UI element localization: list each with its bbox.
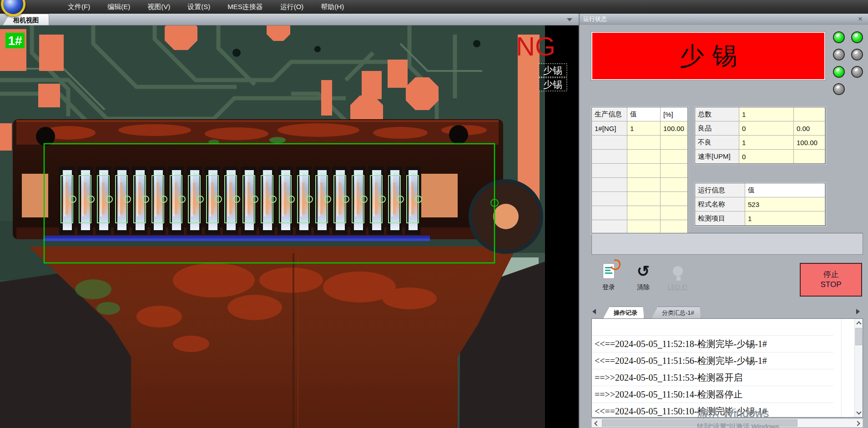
table-cell xyxy=(661,220,688,234)
status-lamp-gray xyxy=(851,66,863,78)
menu-item[interactable]: 设置(S) xyxy=(179,0,219,14)
board-label: 1# xyxy=(8,34,22,48)
menu-item[interactable]: 编辑(E) xyxy=(99,0,139,14)
table-cell: 0 xyxy=(739,150,794,164)
status-lamp-gray xyxy=(833,49,845,60)
menu-bar: 文件(F)编辑(E)视图(V)设置(S)MES连接器运行(O)帮助(H) xyxy=(0,0,868,14)
menu-item[interactable]: 运行(O) xyxy=(272,0,313,14)
table-cell xyxy=(794,107,825,121)
clear-label: 清除 xyxy=(629,283,658,292)
login-button[interactable]: 登录 xyxy=(594,261,623,299)
operation-log-list[interactable]: <<==2024-05-05_11:52:18-检测完毕-少锡-1#<<==20… xyxy=(591,318,863,418)
ng-result-text: NG xyxy=(516,31,555,61)
run-info-table: 运行信息值程式名称523检测项目1 xyxy=(695,183,826,226)
vertical-scroll-thumb[interactable] xyxy=(855,328,862,345)
table-header-cell: [%] xyxy=(661,107,688,121)
scroll-right-icon[interactable] xyxy=(855,421,860,426)
horizontal-scrollbar[interactable] xyxy=(591,418,863,428)
table-header-cell: 运行信息 xyxy=(695,183,745,197)
status-lamp-green xyxy=(833,66,845,78)
status-lamp-gray xyxy=(851,49,863,60)
camera-viewport[interactable]: 1# NG 少锡 少锡 xyxy=(0,25,579,428)
clear-refresh-icon: ↺ xyxy=(637,263,650,279)
table-cell: 1 xyxy=(739,107,794,121)
tab-scroll-right-icon[interactable] xyxy=(856,309,860,314)
table-cell xyxy=(661,136,688,150)
table-cell xyxy=(661,150,688,164)
vertical-scrollbar[interactable] xyxy=(854,319,863,417)
camera-tab-strip: 相机视图 xyxy=(0,14,579,25)
table-cell: 程式名称 xyxy=(695,197,745,211)
menu-item[interactable]: 文件(F) xyxy=(59,0,99,14)
log-tab-strip: 操作记录 分类汇总-1# xyxy=(580,306,868,318)
table-cell xyxy=(627,136,661,150)
table-cell: 0.00 xyxy=(794,121,825,136)
table-cell xyxy=(592,136,627,150)
table-cell: 523 xyxy=(745,197,825,211)
panel-content: 少锡 生产信息值[%]1#[NG]1100.00 总数1良品00.00不良110… xyxy=(580,25,868,428)
table-cell xyxy=(661,178,688,192)
stop-button[interactable]: 停止 STOP xyxy=(800,263,862,297)
table-cell xyxy=(627,164,661,178)
clear-button[interactable]: ↺ 清除 xyxy=(629,261,658,299)
table-cell: 速率[UPM] xyxy=(695,150,739,164)
status-lamp-gray xyxy=(833,83,845,95)
table-cell: 1 xyxy=(739,136,794,150)
status-lamp-green xyxy=(851,31,863,43)
table-cell xyxy=(592,150,627,164)
panel-title: 运行状态 xyxy=(580,14,868,25)
login-label: 登录 xyxy=(594,283,623,292)
svg-text:少锡: 少锡 xyxy=(543,65,562,76)
table-cell: 0 xyxy=(739,121,794,136)
table-cell xyxy=(592,178,627,192)
led-label: LED 灯 xyxy=(663,283,692,292)
table-cell xyxy=(661,164,688,178)
menu-item[interactable]: MES连接器 xyxy=(219,0,272,14)
scroll-up-icon[interactable] xyxy=(856,321,861,326)
table-header-cell: 生产信息 xyxy=(592,107,627,121)
table-header-cell: 值 xyxy=(745,183,825,197)
run-status-panel: 运行状态 × 少锡 生产信息值[%]1#[NG]1100.00 总数1良品00.… xyxy=(579,14,868,428)
log-entry[interactable]: ==>>2024-05-05_11:50:14-检测器停止 xyxy=(592,386,833,403)
table-cell: 100.00 xyxy=(794,136,825,150)
table-cell xyxy=(627,192,661,206)
log-entry[interactable] xyxy=(592,319,833,336)
id-badge-icon xyxy=(603,263,615,279)
pcb-photo: 1# NG 少锡 少锡 xyxy=(0,25,579,428)
table-cell xyxy=(627,150,661,164)
led-light-button[interactable]: LED 灯 xyxy=(663,261,692,299)
tab-operation-log[interactable]: 操作记录 xyxy=(603,307,644,318)
table-cell xyxy=(627,178,661,192)
tab-scroll-left-icon[interactable] xyxy=(592,309,596,314)
chevron-down-icon[interactable] xyxy=(567,18,572,21)
alarm-text: 少锡 xyxy=(671,40,745,73)
log-entry[interactable]: <<==2024-05-05_11:51:56-检测完毕-少锡-1# xyxy=(592,352,833,369)
table-cell xyxy=(592,192,627,206)
log-column-divider xyxy=(841,319,842,417)
table-cell: 检测项目 xyxy=(695,211,745,226)
log-entry[interactable]: ==>>2024-05-05_11:51:53-检测器开启 xyxy=(592,369,833,386)
table-header-cell: 值 xyxy=(627,107,661,121)
table-cell xyxy=(661,206,688,220)
table-cell xyxy=(592,220,627,234)
aoi-application-window: 文件(F)编辑(E)视图(V)设置(S)MES连接器运行(O)帮助(H) ? 相… xyxy=(0,0,868,428)
tab-class-summary[interactable]: 分类汇总-1# xyxy=(651,307,701,318)
stop-label-cn: 停止 xyxy=(823,270,839,280)
message-box xyxy=(591,233,863,255)
table-cell: 1 xyxy=(627,121,661,136)
production-table: 生产信息值[%]1#[NG]1100.00 xyxy=(591,107,688,235)
table-cell xyxy=(627,206,661,220)
menu-item[interactable]: 视图(V) xyxy=(139,0,179,14)
table-cell: 良品 xyxy=(695,121,739,136)
scroll-down-icon[interactable] xyxy=(856,409,861,414)
table-cell xyxy=(592,164,627,178)
horizontal-scroll-thumb[interactable] xyxy=(602,419,797,427)
stats-table: 总数1良品00.00不良1100.00速率[UPM]0 xyxy=(695,107,826,164)
table-cell: 1 xyxy=(745,211,825,226)
close-icon[interactable]: × xyxy=(856,14,864,25)
scroll-left-icon[interactable] xyxy=(594,421,599,426)
menu-item[interactable]: 帮助(H) xyxy=(312,0,353,14)
log-entry[interactable]: <<==2024-05-05_11:52:18-检测完毕-少锡-1# xyxy=(592,336,833,352)
table-cell xyxy=(661,192,688,206)
log-entry[interactable]: <<==2024-05-05_11:50:10-检测完毕-少锡-1# xyxy=(592,403,833,418)
